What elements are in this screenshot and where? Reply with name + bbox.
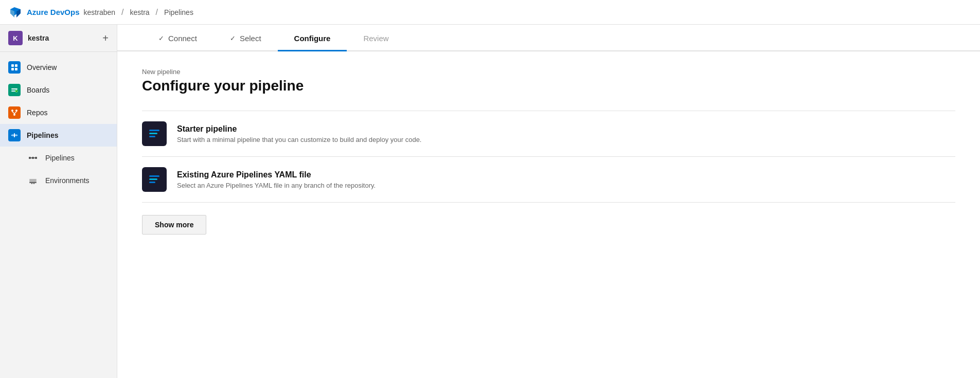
svg-rect-30 <box>149 178 157 180</box>
main-content: ✓ Connect ✓ Select Configure Review New … <box>117 25 980 378</box>
boards-label: Boards <box>27 86 49 94</box>
add-project-button[interactable]: + <box>102 33 109 43</box>
svg-rect-23 <box>29 179 37 180</box>
sidebar-item-pipelines-sub[interactable]: Pipelines <box>0 147 117 169</box>
boards-icon <box>8 84 21 96</box>
svg-rect-26 <box>149 130 159 131</box>
wizard-step-configure[interactable]: Configure <box>278 25 347 51</box>
org-name: kestra <box>28 34 49 42</box>
sidebar-sub-nav: Pipelines Environments <box>0 147 117 192</box>
pipelines-parent-label: Pipelines <box>27 131 58 139</box>
svg-rect-18 <box>35 157 37 159</box>
wizard-bar: ✓ Connect ✓ Select Configure Review <box>117 25 980 51</box>
svg-rect-31 <box>149 182 155 183</box>
wizard-step-select[interactable]: ✓ Select <box>213 25 278 51</box>
svg-rect-27 <box>149 133 157 134</box>
sidebar-org: K kestra <box>8 31 49 45</box>
sidebar-header: K kestra + <box>0 25 117 52</box>
svg-rect-24 <box>31 183 32 184</box>
overview-label: Overview <box>27 63 57 71</box>
overview-icon <box>8 61 21 74</box>
path2: kestra <box>130 8 149 16</box>
sidebar-item-repos[interactable]: Repos <box>0 101 117 124</box>
repos-label: Repos <box>27 109 47 117</box>
wizard-step-review[interactable]: Review <box>347 25 405 51</box>
svg-rect-1 <box>15 64 17 67</box>
svg-point-8 <box>15 110 17 112</box>
starter-pipeline-title: Starter pipeline <box>177 124 421 134</box>
svg-rect-5 <box>11 91 15 92</box>
svg-rect-25 <box>33 183 34 184</box>
path3: Pipelines <box>164 8 193 16</box>
wizard-step-connect[interactable]: ✓ Connect <box>142 25 213 51</box>
option-list: Starter pipeline Start with a minimal pi… <box>142 111 955 203</box>
existing-yaml-text: Existing Azure Pipelines YAML file Selec… <box>177 170 376 189</box>
svg-rect-15 <box>14 133 15 137</box>
sidebar-item-environments[interactable]: Environments <box>0 169 117 192</box>
svg-rect-3 <box>15 68 17 70</box>
page-title: Configure your pipeline <box>142 78 955 94</box>
select-label: Select <box>240 34 261 43</box>
svg-rect-17 <box>32 157 34 159</box>
sidebar: K kestra + Overview <box>0 25 117 378</box>
sidebar-item-pipelines[interactable]: Pipelines <box>0 124 117 147</box>
sidebar-item-overview[interactable]: Overview <box>0 56 117 79</box>
svg-point-9 <box>13 114 15 116</box>
environments-icon <box>27 174 39 187</box>
sidebar-item-boards[interactable]: Boards <box>0 79 117 101</box>
existing-yaml-icon <box>142 167 167 192</box>
starter-pipeline-desc: Start with a minimal pipeline that you c… <box>177 136 421 143</box>
pipelines-sub-label: Pipelines <box>45 154 75 162</box>
select-check: ✓ <box>230 34 236 42</box>
option-starter-pipeline[interactable]: Starter pipeline Start with a minimal pi… <box>142 111 955 157</box>
page-subtitle: New pipeline <box>142 68 955 76</box>
path1: kestraben <box>84 8 115 16</box>
sep2: / <box>156 8 158 17</box>
svg-rect-4 <box>11 88 17 89</box>
starter-pipeline-icon <box>142 121 167 146</box>
environments-label: Environments <box>45 176 90 185</box>
svg-point-14 <box>15 134 17 136</box>
connect-check: ✓ <box>158 34 164 42</box>
sep1: / <box>121 8 123 17</box>
repos-icon <box>8 106 21 119</box>
svg-point-13 <box>12 134 14 136</box>
existing-yaml-desc: Select an Azure Pipelines YAML file in a… <box>177 182 376 189</box>
svg-line-10 <box>12 112 14 114</box>
sidebar-nav: Overview Boards <box>0 52 117 196</box>
avatar: K <box>8 31 23 45</box>
svg-rect-16 <box>29 157 31 159</box>
existing-yaml-title: Existing Azure Pipelines YAML file <box>177 170 376 179</box>
starter-pipeline-text: Starter pipeline Start with a minimal pi… <box>177 124 421 143</box>
show-more-button[interactable]: Show more <box>142 215 206 235</box>
connect-label: Connect <box>168 34 197 43</box>
svg-rect-2 <box>11 68 14 70</box>
page-body: New pipeline Configure your pipeline Sta… <box>117 51 980 378</box>
svg-rect-21 <box>29 182 37 183</box>
svg-rect-22 <box>29 181 37 182</box>
option-existing-yaml[interactable]: Existing Azure Pipelines YAML file Selec… <box>142 157 955 203</box>
svg-point-7 <box>11 110 13 112</box>
brand-name: Azure DevOps <box>27 8 80 16</box>
svg-line-11 <box>14 112 16 114</box>
pipelines-icon <box>8 129 21 141</box>
svg-rect-29 <box>149 175 159 177</box>
azure-devops-logo <box>8 5 23 20</box>
configure-label: Configure <box>294 34 331 43</box>
svg-rect-28 <box>149 136 155 137</box>
svg-rect-0 <box>11 64 14 67</box>
review-label: Review <box>363 34 388 43</box>
pipelines-sub-icon <box>27 152 39 164</box>
topbar: Azure DevOps kestraben / kestra / Pipeli… <box>0 0 980 25</box>
